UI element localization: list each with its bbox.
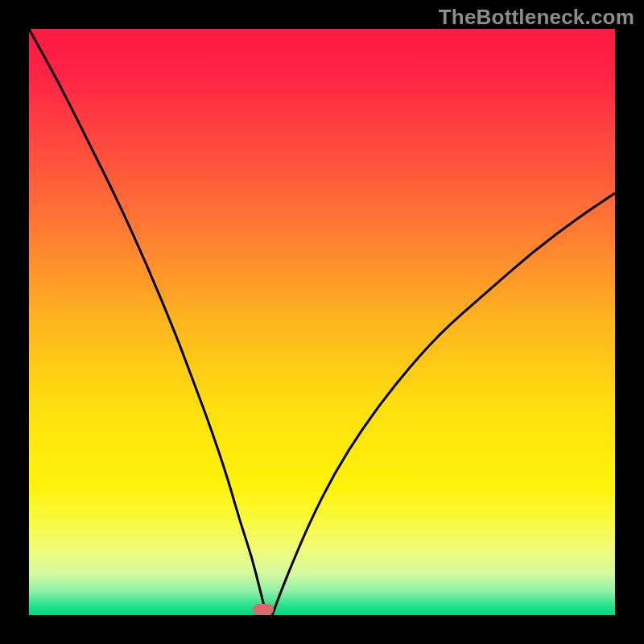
optimum-marker bbox=[253, 604, 274, 615]
watermark-text: TheBottleneck.com bbox=[439, 5, 634, 30]
plot-area bbox=[29, 29, 615, 615]
curve-left-branch bbox=[29, 29, 266, 615]
chart-frame: TheBottleneck.com bbox=[0, 0, 644, 644]
curve-right-branch bbox=[272, 193, 615, 615]
bottleneck-curve bbox=[29, 29, 615, 615]
